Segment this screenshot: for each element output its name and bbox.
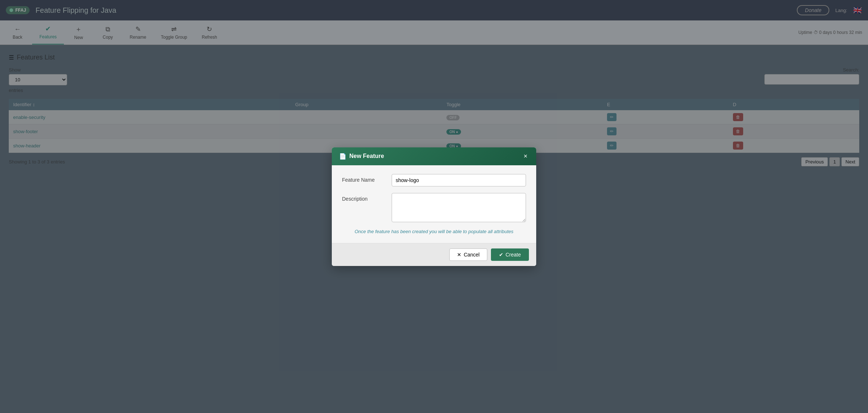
create-label: Create [506,252,521,258]
description-row: Description [342,193,526,222]
feature-name-label: Feature Name [342,174,386,183]
new-feature-modal: 📄 New Feature × Feature Name Description… [332,147,536,266]
modal-close-button[interactable]: × [522,153,529,160]
modal-header: 📄 New Feature × [332,147,536,165]
cancel-label: Cancel [464,252,480,258]
modal-title: 📄 New Feature [339,153,384,160]
feature-name-row: Feature Name [342,174,526,186]
description-label: Description [342,193,386,202]
modal-title-text: New Feature [349,153,384,159]
modal-info-text: Once the feature has been created you wi… [342,229,526,234]
document-icon: 📄 [339,153,346,160]
modal-body: Feature Name Description Once the featur… [332,165,536,243]
feature-name-input[interactable] [392,174,526,186]
create-button[interactable]: ✔ Create [491,248,529,261]
modal-footer: ✕ Cancel ✔ Create [332,243,536,266]
modal-overlay: 📄 New Feature × Feature Name Description… [0,0,868,413]
cancel-button[interactable]: ✕ Cancel [449,248,487,261]
create-check-icon: ✔ [499,252,503,258]
description-textarea[interactable] [392,193,526,222]
cancel-x-icon: ✕ [457,252,461,258]
